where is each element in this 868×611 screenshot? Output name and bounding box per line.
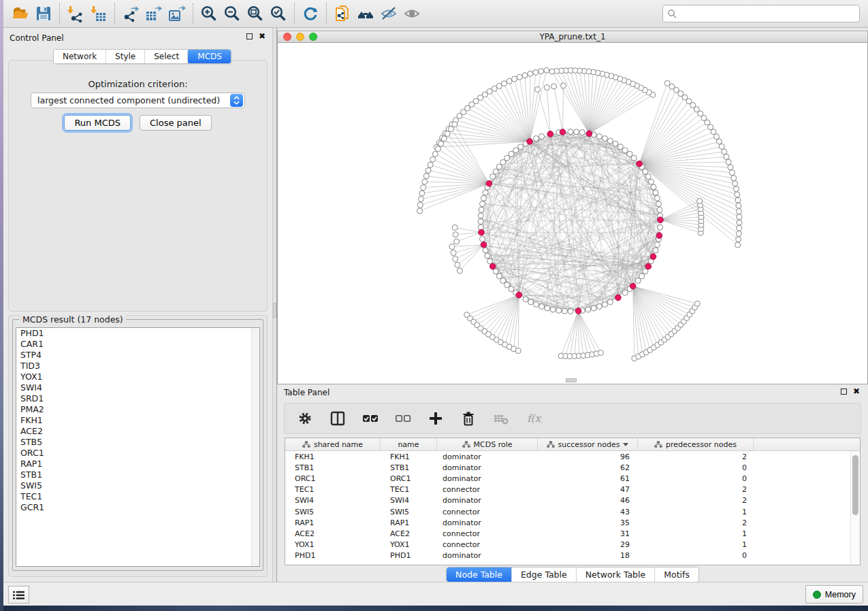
dominator-node[interactable]: [516, 292, 522, 298]
mcds-result-item[interactable]: ORC1: [16, 448, 259, 459]
table-row[interactable]: PHD1PHD1dominator180: [285, 550, 850, 561]
column-header-name[interactable]: name: [381, 438, 437, 450]
dominator-node[interactable]: [645, 263, 652, 269]
mcds-list-scrollbar[interactable]: [251, 328, 259, 566]
mcds-result-item[interactable]: SWI4: [16, 382, 259, 393]
mcds-result-item[interactable]: FKH1: [16, 415, 259, 426]
table-row[interactable]: ORC1ORC1dominator610: [285, 473, 850, 484]
column-header-MCDS-role[interactable]: MCDS role: [437, 438, 538, 450]
table-delete-button[interactable]: [459, 409, 478, 428]
network-window-titlebar[interactable]: YPA_prune.txt_1: [277, 31, 868, 43]
dominator-node[interactable]: [560, 129, 566, 135]
mcds-result-item[interactable]: CAR1: [16, 339, 259, 350]
toolbar-import-table-button[interactable]: [87, 2, 110, 25]
table-row[interactable]: YOX1YOX1connector291: [285, 540, 850, 550]
mcds-result-item[interactable]: ACE2: [16, 426, 259, 437]
mcds-result-item[interactable]: RAP1: [16, 459, 259, 469]
mcds-result-item[interactable]: STB1: [16, 469, 259, 480]
toolbar-export-table-button[interactable]: [142, 2, 165, 25]
dominator-node[interactable]: [630, 283, 636, 289]
memory-button[interactable]: Memory: [805, 585, 863, 604]
toolbar-eye-slash-button[interactable]: [377, 2, 400, 25]
table-row[interactable]: TEC1TEC1connector472: [285, 484, 850, 495]
toolbar-zoom-out-button[interactable]: [221, 2, 244, 25]
mcds-result-item[interactable]: SRD1: [16, 393, 259, 404]
search-input[interactable]: [680, 9, 855, 18]
toolbar-zoom-in-button[interactable]: [197, 2, 221, 25]
column-header-successor-nodes[interactable]: successor nodes: [538, 438, 638, 450]
toolbar-export-network-button[interactable]: [119, 2, 142, 25]
control-panel-close-icon[interactable]: ✖: [259, 33, 266, 39]
close-panel-button[interactable]: Close panel: [140, 115, 212, 131]
tab-network[interactable]: Network: [54, 50, 106, 63]
tab-motifs[interactable]: Motifs: [654, 567, 698, 582]
dominator-node[interactable]: [586, 131, 592, 137]
tab-network-table[interactable]: Network Table: [576, 567, 655, 582]
run-mcds-button[interactable]: Run MCDS: [64, 115, 131, 131]
network-splitter-grip[interactable]: [566, 378, 577, 382]
vertical-splitter[interactable]: [272, 28, 277, 582]
toolbar-open-button[interactable]: [9, 2, 32, 25]
network-canvas[interactable]: [278, 43, 867, 384]
criterion-dropdown[interactable]: largest connected component (undirected): [31, 93, 245, 108]
toolbar-binoculars-button[interactable]: [354, 2, 377, 25]
table-add-button[interactable]: [426, 409, 445, 428]
dominator-node[interactable]: [547, 131, 553, 137]
table-row[interactable]: SWI5SWI5connector431: [285, 506, 850, 517]
table-scrollbar[interactable]: [850, 451, 860, 565]
table-panel-close-icon[interactable]: ✖: [853, 389, 860, 395]
table-row[interactable]: STB1STB1dominator620: [285, 462, 850, 473]
mcds-result-item[interactable]: STP4: [16, 350, 259, 361]
network-view[interactable]: [277, 43, 868, 384]
table-row[interactable]: RAP1RAP1dominator352: [285, 517, 850, 528]
mcds-result-item[interactable]: PHD1: [16, 328, 259, 339]
toolbar-zoom-fit-button[interactable]: [244, 2, 267, 25]
tab-edge-table[interactable]: Edge Table: [511, 567, 576, 582]
toolbar-refresh-button[interactable]: [299, 2, 322, 25]
dominator-node[interactable]: [658, 217, 664, 223]
table-select-all-button[interactable]: [361, 409, 380, 428]
mcds-result-item[interactable]: SWI5: [16, 480, 259, 491]
table-row[interactable]: FKH1FKH1dominator962: [285, 451, 850, 462]
table-row[interactable]: ACE2ACE2connector311: [285, 528, 850, 539]
tab-style[interactable]: Style: [106, 50, 144, 63]
table-row[interactable]: SWI4SWI4dominator462: [285, 495, 850, 506]
tab-mcds[interactable]: MCDS: [187, 49, 231, 64]
dominator-node[interactable]: [489, 263, 496, 269]
table-columns-button[interactable]: [328, 409, 347, 428]
table-scrollbar-thumb[interactable]: [852, 455, 858, 515]
dominator-node[interactable]: [486, 180, 492, 186]
task-history-button[interactable]: [8, 586, 29, 604]
dominator-node[interactable]: [481, 242, 487, 248]
splitter-grip[interactable]: [273, 303, 276, 318]
tab-select[interactable]: Select: [144, 50, 188, 63]
toolbar-zoom-selected-button[interactable]: [267, 2, 290, 25]
toolbar-save-button[interactable]: [32, 2, 55, 25]
dominator-node[interactable]: [656, 233, 662, 239]
toolbar-eye-button[interactable]: [400, 2, 423, 25]
dominator-node[interactable]: [479, 229, 485, 235]
table-deselect-all-button[interactable]: [393, 409, 413, 428]
tab-node-table[interactable]: Node Table: [447, 567, 511, 582]
control-panel-float-icon[interactable]: [246, 33, 253, 39]
table-settings-button[interactable]: [295, 409, 315, 428]
table-panel-float-icon[interactable]: [841, 389, 847, 395]
mcds-result-item[interactable]: TEC1: [16, 491, 259, 502]
search-box[interactable]: [662, 5, 860, 22]
toolbar-export-image-button[interactable]: [165, 2, 189, 25]
column-header-predecessor-nodes[interactable]: predecessor nodes: [638, 438, 754, 450]
mcds-result-item[interactable]: YOX1: [16, 371, 259, 382]
dominator-node[interactable]: [650, 254, 656, 260]
mcds-result-item[interactable]: GCR1: [16, 502, 259, 513]
dominator-node[interactable]: [615, 295, 622, 301]
mcds-result-list[interactable]: PHD1CAR1STP4TID3YOX1SWI4SRD1PMA2FKH1ACE2…: [16, 327, 260, 567]
toolbar-network-document-button[interactable]: [331, 2, 354, 25]
dominator-node[interactable]: [527, 139, 533, 145]
mcds-result-item[interactable]: TID3: [16, 361, 259, 371]
mcds-result-item[interactable]: PMA2: [16, 404, 259, 415]
dominator-node[interactable]: [637, 161, 643, 167]
dominator-node[interactable]: [575, 308, 581, 314]
toolbar-import-network-button[interactable]: [64, 2, 87, 25]
mcds-result-item[interactable]: STB5: [16, 437, 259, 448]
column-header-shared-name[interactable]: shared name: [285, 438, 381, 450]
